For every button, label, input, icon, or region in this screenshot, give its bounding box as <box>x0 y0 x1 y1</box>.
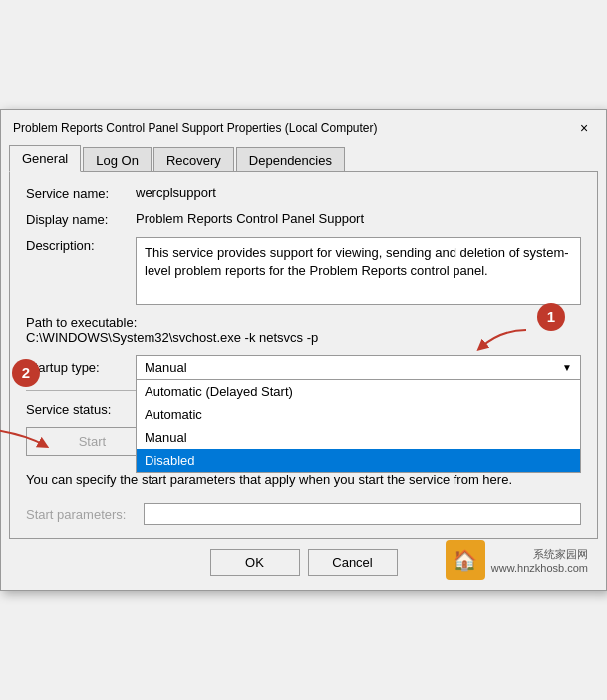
title-bar: Problem Reports Control Panel Support Pr… <box>1 110 606 138</box>
startup-dropdown-display[interactable]: Manual ▼ <box>136 355 581 380</box>
startup-type-label: Startup type: <box>26 360 136 375</box>
description-value: This service provides support for viewin… <box>136 237 581 305</box>
start-params-input[interactable] <box>144 503 581 525</box>
display-name-row: Display name: Problem Reports Control Pa… <box>26 211 581 227</box>
startup-option-auto[interactable]: Automatic <box>137 403 580 426</box>
startup-selected-value: Manual <box>145 360 187 375</box>
display-name-label: Display name: <box>26 211 136 227</box>
start-params-row: Start parameters: <box>26 503 581 525</box>
bottom-buttons-row: OK Cancel 🏠 系统家园网 www.hnzkhosb.com <box>9 539 598 590</box>
watermark-line2: www.hnzkhosb.com <box>491 562 588 574</box>
badge-2: 2 <box>12 359 40 387</box>
startup-option-manual[interactable]: Manual <box>137 426 580 449</box>
startup-option-disabled[interactable]: Disabled <box>137 449 580 472</box>
tab-recovery[interactable]: Recovery <box>153 147 234 174</box>
path-section: Path to executable: C:\WINDOWS\System32\… <box>26 315 581 345</box>
service-status-label: Service status: <box>26 401 136 417</box>
watermark-icon: 🏠 <box>446 540 485 580</box>
dialog-window: Problem Reports Control Panel Support Pr… <box>0 109 607 592</box>
service-name-row: Service name: wercplsupport <box>26 185 581 201</box>
watermark: 🏠 系统家园网 www.hnzkhosb.com <box>446 540 588 580</box>
tab-dependencies[interactable]: Dependencies <box>236 147 345 174</box>
startup-type-row: Startup type: Manual ▼ Automatic (Delaye… <box>26 355 581 380</box>
display-name-value: Problem Reports Control Panel Support <box>136 211 364 226</box>
service-name-value: wercplsupport <box>136 185 216 200</box>
startup-option-auto-delayed[interactable]: Automatic (Delayed Start) <box>137 380 580 403</box>
dropdown-chevron-icon: ▼ <box>562 362 572 373</box>
ok-button[interactable]: OK <box>210 549 300 576</box>
cancel-button[interactable]: Cancel <box>308 549 398 576</box>
service-name-label: Service name: <box>26 185 136 201</box>
arrow-1-icon <box>471 325 531 355</box>
tab-bar: General Log On Recovery Dependencies <box>1 138 606 171</box>
tab-content: Service name: wercplsupport Display name… <box>9 171 598 540</box>
arrow-2-icon <box>0 425 56 455</box>
badge-1: 1 <box>537 303 565 331</box>
dialog-title: Problem Reports Control Panel Support Pr… <box>13 121 378 135</box>
start-params-label: Start parameters: <box>26 507 136 522</box>
startup-dropdown-container: Manual ▼ Automatic (Delayed Start) Autom… <box>136 355 581 380</box>
close-button[interactable]: × <box>574 118 594 138</box>
description-row: Description: This service provides suppo… <box>26 237 581 305</box>
description-label: Description: <box>26 237 136 253</box>
tab-logon[interactable]: Log On <box>83 147 152 174</box>
tab-general[interactable]: General <box>9 145 81 172</box>
watermark-text: 系统家园网 www.hnzkhosb.com <box>491 547 588 574</box>
watermark-line1: 系统家园网 <box>491 547 588 562</box>
startup-dropdown-list: Automatic (Delayed Start) Automatic Manu… <box>136 380 581 473</box>
